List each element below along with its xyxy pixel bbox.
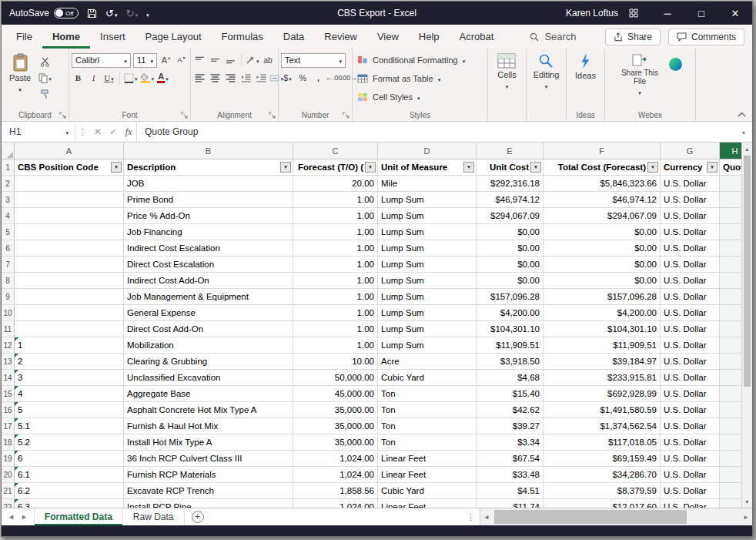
new-sheet-button[interactable]: + (192, 511, 204, 523)
cell-G13[interactable]: U.S. Dollar (661, 354, 720, 370)
cell-H8[interactable] (720, 273, 741, 289)
cell-D19[interactable]: Linear Feet (378, 451, 477, 467)
italic-button[interactable]: I (87, 71, 100, 85)
cell-A12[interactable]: 1 (15, 337, 124, 354)
row-header-10[interactable]: 10 (2, 305, 15, 321)
format-as-table-button[interactable]: Format as Table (355, 70, 485, 86)
cell-D11[interactable]: Lump Sum (378, 321, 477, 337)
cell-A20[interactable]: 6.1 (15, 467, 124, 483)
filter-button-E1[interactable]: ▾ (530, 162, 541, 173)
cell-D8[interactable]: Lump Sum (378, 273, 477, 289)
row-header-7[interactable]: 7 (2, 257, 15, 273)
row-header-17[interactable]: 17 (2, 418, 15, 434)
cell-E18[interactable]: $3.34 (477, 434, 544, 451)
ideas-button[interactable]: Ideas (575, 51, 596, 109)
cell-B2[interactable]: JOB (124, 176, 293, 192)
cell-H12[interactable] (720, 337, 741, 354)
cell-C14[interactable]: 50,000.00 (293, 370, 378, 386)
cell-C9[interactable]: 1.00 (293, 289, 378, 305)
cell-A1[interactable]: CBS Position Code▾ (15, 159, 124, 176)
cell-F11[interactable]: $104,301.10 (544, 321, 661, 337)
cell-F6[interactable]: $0.00 (544, 240, 661, 257)
cell-C10[interactable]: 1.00 (293, 305, 378, 321)
cell-G14[interactable]: U.S. Dollar (661, 370, 720, 386)
cell-C17[interactable]: 35,000.00 (293, 418, 378, 434)
cell-B1[interactable]: Description▾ (124, 159, 293, 176)
filter-button-B1[interactable]: ▾ (280, 162, 291, 173)
percent-style-button[interactable]: % (296, 71, 309, 85)
cell-B16[interactable]: Asphalt Concrete Hot Mix Type A (124, 402, 293, 418)
sheet-tab-raw-data[interactable]: Raw Data (123, 508, 185, 525)
cell-D18[interactable]: Ton (378, 434, 477, 451)
cell-E10[interactable]: $4,200.00 (477, 305, 544, 321)
maximize-button[interactable]: □ (684, 2, 718, 25)
tab-home[interactable]: Home (42, 25, 90, 49)
cell-D9[interactable]: Lump Sum (378, 289, 477, 305)
number-dialog-launcher-icon[interactable] (343, 112, 350, 119)
cell-E9[interactable]: $157,096.28 (477, 289, 544, 305)
underline-button[interactable]: U (102, 71, 115, 85)
column-header-D[interactable]: D (378, 143, 477, 159)
cell-F16[interactable]: $1,491,580.59 (544, 402, 661, 418)
bold-button[interactable]: B (72, 71, 85, 85)
filter-button-D1[interactable]: ▾ (463, 162, 474, 173)
cell-A4[interactable] (15, 208, 124, 224)
cell-E17[interactable]: $39.27 (477, 418, 544, 434)
expand-formula-bar-button[interactable] (735, 126, 752, 137)
cell-F10[interactable]: $4,200.00 (544, 305, 661, 321)
row-header-8[interactable]: 8 (2, 273, 15, 289)
font-size-select[interactable]: 11 (133, 53, 157, 68)
cell-D14[interactable]: Cubic Yard (378, 370, 477, 386)
cell-B10[interactable]: General Expense (124, 305, 293, 321)
cell-E4[interactable]: $294,067.09 (477, 208, 544, 224)
cell-G10[interactable]: U.S. Dollar (661, 305, 720, 321)
sheet-tab-formatted-data[interactable]: Formatted Data (35, 508, 123, 525)
cell-B6[interactable]: Indirect Cost Escalation (124, 240, 293, 257)
cell-C1[interactable]: Forecast (T/O) (▾ (293, 159, 378, 176)
copy-button[interactable] (38, 71, 52, 85)
row-header-6[interactable]: 6 (2, 240, 15, 257)
column-header-H[interactable]: H (720, 143, 741, 159)
cell-H21[interactable] (720, 483, 741, 499)
row-header-4[interactable]: 4 (2, 208, 15, 224)
formula-bar-splitter[interactable]: ⋮ (75, 127, 90, 137)
cell-E14[interactable]: $4.68 (477, 370, 544, 386)
accounting-format-button[interactable]: $ (281, 71, 294, 85)
cell-G8[interactable]: U.S. Dollar (661, 273, 720, 289)
increase-font-size-button[interactable]: A▴ (159, 53, 172, 67)
minimize-button[interactable]: ─ (651, 2, 684, 25)
cell-A3[interactable] (15, 192, 124, 208)
horizontal-scroll-thumb[interactable] (494, 510, 687, 524)
cell-D2[interactable]: Mile (378, 176, 477, 192)
cell-G3[interactable]: U.S. Dollar (661, 192, 720, 208)
tab-view[interactable]: View (367, 25, 409, 49)
vertical-scrollbar[interactable]: ▲ ▼ (741, 143, 752, 508)
cell-F13[interactable]: $39,184.97 (544, 354, 661, 370)
sheet-bar-splitter[interactable]: ⋮ (462, 512, 480, 522)
cell-styles-button[interactable]: Cell Styles (355, 89, 485, 105)
row-header-16[interactable]: 16 (2, 402, 15, 418)
cell-H19[interactable] (720, 451, 741, 467)
ribbon-display-options-button[interactable] (629, 8, 638, 18)
cell-E3[interactable]: $46,974.12 (477, 192, 544, 208)
conditional-formatting-button[interactable]: Conditional Formatting (355, 52, 485, 68)
cell-B22[interactable]: Install RCP Pipe (124, 499, 293, 508)
cell-A19[interactable]: 6 (15, 451, 124, 467)
cell-D12[interactable]: Lump Sum (378, 337, 477, 354)
align-top-button[interactable] (193, 53, 206, 67)
cell-A11[interactable] (15, 321, 124, 337)
cell-A17[interactable]: 5.1 (15, 418, 124, 434)
cell-G22[interactable]: U.S. Dollar (661, 499, 720, 508)
horizontal-scrollbar[interactable]: ◄ ► (480, 508, 752, 525)
cell-A14[interactable]: 3 (15, 370, 124, 386)
search-box[interactable]: Search (530, 31, 576, 42)
cell-E21[interactable]: $4.51 (477, 483, 544, 499)
wrap-text-button[interactable]: ab (262, 53, 275, 67)
cell-F2[interactable]: $5,846,323.66 (544, 176, 661, 192)
cell-G18[interactable]: U.S. Dollar (661, 434, 720, 451)
cell-B11[interactable]: Direct Cost Add-On (124, 321, 293, 337)
share-button[interactable]: Share (605, 29, 661, 45)
cell-D15[interactable]: Ton (378, 386, 477, 402)
alignment-dialog-launcher-icon[interactable] (269, 112, 276, 119)
row-header-2[interactable]: 2 (2, 176, 15, 192)
